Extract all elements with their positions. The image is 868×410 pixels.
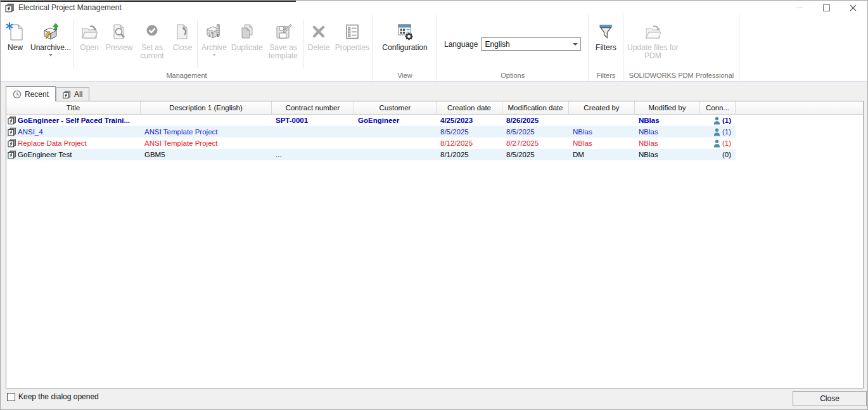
cell-title: GoEngineer Test (18, 151, 72, 158)
project-stack-icon (8, 127, 16, 136)
project-stack-icon (8, 139, 16, 148)
cell-title: ANSI_4 (18, 128, 43, 136)
configuration-button[interactable]: Configuration (376, 18, 433, 52)
window-title: Electrical Project Management (18, 3, 122, 12)
tab-all[interactable]: All (56, 87, 89, 101)
archive-dropdown-icon (212, 54, 216, 56)
close-project-icon (172, 20, 193, 44)
maximize-button[interactable] (813, 1, 839, 15)
table-row[interactable]: GoEngineer - Self Paced Traini... SPT-00… (6, 115, 736, 126)
filters-button[interactable]: Filters (590, 18, 622, 52)
column-header-creation-date[interactable]: Creation date (437, 101, 502, 114)
project-stack-icon (8, 116, 16, 125)
open-button: Open (75, 18, 103, 52)
chevron-down-icon (570, 43, 580, 46)
table-row[interactable]: GoEngineer Test GBM5 ... 8/1/2025 8/5/20… (6, 149, 736, 160)
preview-icon (109, 20, 129, 44)
cell-connections: (0) (722, 151, 731, 158)
cell-creation-date: 8/12/2025 (437, 138, 502, 149)
column-header-modified-by[interactable]: Modified by (635, 101, 700, 114)
table-header: Title Description 1 (English) Contract n… (6, 101, 863, 115)
background-window-edge (1, 1, 296, 2)
set-as-current-icon (142, 20, 162, 44)
cell-title: GoEngineer - Self Paced Traini... (18, 117, 130, 124)
save-as-template-icon (273, 20, 293, 44)
keep-dialog-opened-label: Keep the dialog opened (18, 392, 99, 401)
new-button[interactable]: New (1, 18, 29, 52)
ribbon-group-pdm: Update files for PDM SOLIDWORKS PDM Prof… (623, 15, 739, 81)
cell-connections: (1) (722, 117, 731, 124)
group-label-filters: Filters (589, 72, 622, 81)
group-label-management: Management (1, 72, 372, 81)
ribbon-separator (73, 20, 74, 68)
language-select[interactable]: English (481, 37, 581, 51)
cell-customer (354, 138, 437, 149)
save-as-template-button: Save as template (265, 18, 302, 60)
cell-created-by: NBlas (569, 126, 635, 138)
group-label-pdm: SOLIDWORKS PDM Professional (624, 72, 738, 81)
ribbon-group-filters: Filters Filters (589, 15, 623, 81)
column-header-description[interactable]: Description 1 (English) (141, 101, 272, 114)
cell-contract-number (272, 138, 354, 149)
clock-icon (13, 90, 22, 99)
column-header-contract-number[interactable]: Contract number (272, 101, 354, 114)
column-header-connections[interactable]: Conn... (700, 101, 736, 114)
preview-button: Preview (103, 18, 135, 52)
ribbon-toolbar: New Unarchive... Open (1, 15, 867, 82)
archive-icon (204, 20, 224, 44)
duplicate-button: Duplicate (229, 18, 265, 52)
cell-modified-by: NBlas (635, 115, 700, 126)
cell-creation-date: 8/5/2025 (437, 126, 502, 138)
project-stack-icon (63, 91, 71, 99)
table-row[interactable]: ANSI_4 ANSI Template Project 8/5/2025 8/… (6, 126, 736, 138)
project-stack-icon (8, 150, 16, 159)
column-header-customer[interactable]: Customer (354, 101, 437, 114)
person-icon (713, 139, 720, 148)
electrical-project-management-window: Electrical Project Management New (0, 0, 868, 410)
close-window-button[interactable] (839, 1, 866, 15)
cell-customer (354, 149, 437, 160)
cell-description: ANSI Template Project (141, 126, 272, 138)
delete-button: Delete (305, 18, 333, 52)
unarchive-dropdown-icon[interactable] (49, 54, 53, 56)
maximize-icon (823, 4, 830, 11)
ribbon-group-management: New Unarchive... Open (1, 15, 373, 81)
table-row[interactable]: Replace Data Project ANSI Template Proje… (6, 138, 736, 149)
person-icon (713, 117, 720, 125)
column-header-modification-date[interactable]: Modification date (502, 101, 569, 114)
cell-modification-date: 8/5/2025 (502, 126, 569, 138)
tab-recent[interactable]: Recent (6, 86, 56, 101)
tab-recent-label: Recent (25, 90, 49, 99)
cell-description: GBM5 (141, 149, 272, 160)
group-label-view: View (374, 72, 436, 81)
minimize-button[interactable] (786, 1, 813, 15)
group-label-options: Options (438, 72, 587, 81)
unarchive-button[interactable]: Unarchive... (29, 18, 72, 56)
cell-creation-date: 4/25/2023 (437, 115, 502, 126)
archive-button: Archive (199, 18, 229, 56)
column-header-title[interactable]: Title (6, 101, 141, 114)
cell-customer (354, 126, 437, 138)
close-icon (850, 4, 857, 11)
close-dialog-button[interactable]: Close (793, 391, 867, 406)
person-icon (713, 128, 720, 136)
properties-icon (342, 20, 362, 44)
cell-connections: (1) (722, 128, 731, 136)
cell-title: Replace Data Project (18, 139, 87, 147)
keep-dialog-opened-checkbox[interactable] (7, 393, 15, 401)
update-files-pdm-icon (642, 20, 663, 44)
dialog-footer: Keep the dialog opened Close (1, 388, 867, 410)
tab-strip: Recent All (1, 82, 867, 101)
cell-modified-by: NBlas (635, 126, 700, 138)
delete-icon (309, 20, 329, 44)
close-project-button: Close (169, 18, 196, 52)
cell-modified-by: NBlas (635, 138, 700, 149)
new-project-icon (5, 20, 25, 44)
cell-created-by: NBlas (569, 138, 635, 149)
project-list: Title Description 1 (English) Contract n… (6, 101, 864, 388)
cell-contract-number (272, 126, 354, 138)
cell-connections: (1) (722, 139, 731, 147)
cell-created-by (569, 115, 635, 126)
column-header-created-by[interactable]: Created by (569, 101, 635, 114)
cell-description (141, 115, 272, 126)
